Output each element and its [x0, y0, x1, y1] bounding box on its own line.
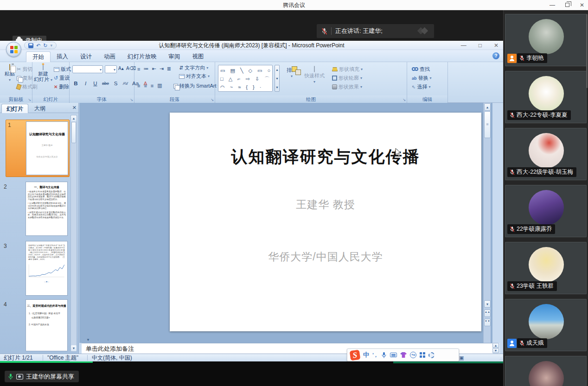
- select-button[interactable]: ⇖选择▾: [412, 83, 430, 90]
- help-icon[interactable]: ?: [492, 52, 499, 59]
- bold-button[interactable]: B: [72, 81, 79, 86]
- font-name-select[interactable]: ▾: [72, 65, 103, 73]
- ppt-close-button[interactable]: ✕: [494, 42, 499, 49]
- columns-icon[interactable]: ▥: [157, 82, 162, 89]
- scroll-down-icon[interactable]: ▼: [484, 300, 491, 308]
- shape-outline-button[interactable]: 形状轮廓▾: [332, 75, 362, 82]
- participant-tile[interactable]: 成天娥: [505, 299, 587, 351]
- keyboard-icon[interactable]: [390, 353, 397, 357]
- pane-scroll-up-icon[interactable]: ▲: [71, 115, 77, 121]
- pane-scroll-thumb[interactable]: [71, 122, 76, 143]
- notes-scroll-up-icon[interactable]: ▲: [492, 343, 499, 348]
- close-button[interactable]: ✕: [580, 0, 584, 10]
- punctuation-icon[interactable]: ’，: [372, 352, 378, 359]
- next-slide-button[interactable]: ▼▼: [484, 319, 491, 326]
- participant-tile[interactable]: 西大-22专硕-李夏夏: [505, 71, 587, 123]
- minimize-button[interactable]: —: [550, 0, 555, 10]
- numbering-icon[interactable]: ≔: [143, 66, 148, 72]
- align-right-icon[interactable]: ≡: [151, 83, 154, 89]
- emoji-robot-icon[interactable]: +o: [410, 352, 416, 358]
- increase-indent-icon[interactable]: ⇥: [160, 66, 164, 72]
- shapes-gallery-scrollbar[interactable]: ▲ ▼ ▼: [275, 65, 280, 92]
- align-left-icon[interactable]: ≡: [137, 83, 141, 89]
- chinese-mode-icon[interactable]: 中: [363, 351, 369, 359]
- copy-button[interactable]: 复制: [17, 75, 33, 82]
- participant-tile[interactable]: 西大-22级学硕-胡玉梅: [505, 128, 587, 180]
- char-spacing-button[interactable]: AV: [122, 81, 129, 86]
- line-spacing-icon[interactable]: ≣: [167, 66, 171, 72]
- tab-outline[interactable]: 大纲: [29, 104, 51, 113]
- tab-design[interactable]: 设计: [74, 51, 98, 62]
- shape-effects-button[interactable]: 形状效果▾: [332, 83, 362, 90]
- notes-splitter-arrow[interactable]: ▼: [86, 338, 90, 342]
- slide-canvas[interactable]: 认知翻译研究与文化传播 王建华 教授 华侨大学/中国人民大学: [170, 113, 481, 331]
- text-direction-button[interactable]: ⇵文字方向▾: [179, 64, 208, 71]
- replace-button[interactable]: ab替换▾: [412, 75, 432, 82]
- theme-indicator[interactable]: "Office 主题": [47, 354, 78, 361]
- shapes-scroll-down-icon[interactable]: ▼: [275, 74, 279, 83]
- shapes-scroll-up-icon[interactable]: ▲: [275, 65, 279, 74]
- undo-button[interactable]: ↶: [36, 42, 40, 49]
- office-button[interactable]: [6, 42, 21, 57]
- slide-thumbnail-1[interactable]: 认知翻译研究与文化传播 王建华 教授 华侨大学/中国人民大学: [26, 121, 68, 175]
- reset-button[interactable]: ↺重设: [54, 75, 70, 82]
- skin-icon[interactable]: [400, 352, 407, 358]
- ppt-maximize-button[interactable]: □: [479, 42, 482, 49]
- delete-button[interactable]: ✕删除: [54, 83, 69, 90]
- quick-styles-button[interactable]: 快速样式▾: [302, 66, 326, 85]
- notes-scroll-down-icon[interactable]: ▼: [492, 348, 499, 353]
- tab-view[interactable]: 视图: [186, 51, 210, 62]
- slide-thumbnail-3[interactable]: 本研究以"认知翻译""中国文化外译""外译"为主题词，在CNKI（中国知网）收集…: [26, 241, 68, 296]
- toolbox-grid-icon[interactable]: [420, 352, 425, 358]
- tab-animations[interactable]: 动画: [98, 51, 121, 62]
- shapes-gallery[interactable]: ▭ ▤ ╲ ◇ ▭ ○ □ △ ⌐ ⇨ ⇩ ⌒ ◠ ~ ≈ { } ·: [218, 65, 273, 92]
- participant-tile[interactable]: 23学硕 王轶群: [505, 242, 587, 294]
- notes-scrollbar[interactable]: ▲ ▼: [492, 343, 500, 354]
- tab-home[interactable]: 开始: [26, 51, 51, 62]
- tab-insert[interactable]: 插入: [51, 51, 74, 62]
- bullets-icon[interactable]: ≡: [137, 66, 140, 72]
- save-icon[interactable]: [28, 43, 33, 48]
- strikethrough-button[interactable]: abe: [102, 81, 109, 86]
- underline-button[interactable]: U: [92, 81, 99, 86]
- new-slide-button[interactable]: 新建幻灯片 ▾: [33, 64, 53, 83]
- participant-tile[interactable]: 李朝艳: [505, 14, 587, 66]
- settings-gear-icon[interactable]: [428, 352, 435, 358]
- tab-slides-thumbnails[interactable]: 幻灯片: [1, 104, 28, 113]
- scroll-up-icon[interactable]: ▲: [484, 103, 491, 111]
- participant-tile[interactable]: [505, 356, 587, 386]
- clipboard-dialog-launcher[interactable]: ↘: [28, 98, 31, 102]
- redo-button[interactable]: ↻: [43, 42, 47, 49]
- ppt-minimize-button[interactable]: —: [461, 42, 467, 49]
- slide-thumbnail-2[interactable]: 一、翻译与文化传播 有效的文化传播需要高质量的翻译。任何文化只有高质量地翻译到目…: [26, 182, 68, 236]
- pane-scrollbar[interactable]: ▲ ▼: [70, 115, 77, 352]
- find-button[interactable]: 查找: [412, 66, 430, 73]
- pane-close-icon[interactable]: ✕: [72, 105, 77, 111]
- thumbnail-selected-frame[interactable]: 1 认知翻译研究与文化传播 王建华 教授 华侨大学/中国人民大学: [6, 120, 70, 177]
- grow-font-button[interactable]: A▴: [118, 66, 124, 71]
- restore-button[interactable]: [565, 0, 569, 10]
- paragraph-dialog-launcher[interactable]: ↘: [211, 98, 214, 102]
- language-indicator[interactable]: 中文(简体, 中国): [92, 354, 132, 361]
- italic-button[interactable]: I: [82, 81, 89, 86]
- drawing-dialog-launcher[interactable]: ↘: [403, 98, 406, 102]
- pane-scroll-down-icon[interactable]: ▼: [71, 345, 77, 351]
- sogou-logo[interactable]: S: [350, 349, 361, 361]
- smartart-button[interactable]: 转换为 SmartArt▾: [173, 82, 219, 89]
- align-text-button[interactable]: 对齐文本▾: [179, 73, 210, 80]
- font-dialog-launcher[interactable]: ↘: [130, 98, 133, 102]
- fit-to-window-icon[interactable]: ▣: [459, 354, 464, 361]
- cut-button[interactable]: ✂剪切: [17, 66, 32, 73]
- editor-scrollbar[interactable]: ▲ ▼ ▲▲ ▼▼: [483, 103, 491, 343]
- slide-thumbnail-4[interactable]: 二、延安时期成功的外译与传播 1.《红星照耀中国》斯诺-吴亮平 伦敦销量230万…: [26, 299, 68, 351]
- editor-scroll-thumb[interactable]: [484, 111, 491, 138]
- voice-input-icon[interactable]: [381, 352, 387, 359]
- shapes-more-icon[interactable]: ▼: [275, 83, 279, 92]
- tab-review[interactable]: 审阅: [163, 51, 186, 62]
- decrease-indent-icon[interactable]: ⇤: [152, 66, 156, 72]
- tab-slideshow[interactable]: 幻灯片放映: [121, 51, 163, 62]
- arrange-button[interactable]: 排列▾: [284, 66, 300, 79]
- shape-fill-button[interactable]: 形状填充▾: [332, 66, 363, 73]
- align-center-icon[interactable]: ≡: [144, 83, 147, 89]
- sidebar-scrollbar[interactable]: [586, 14, 588, 88]
